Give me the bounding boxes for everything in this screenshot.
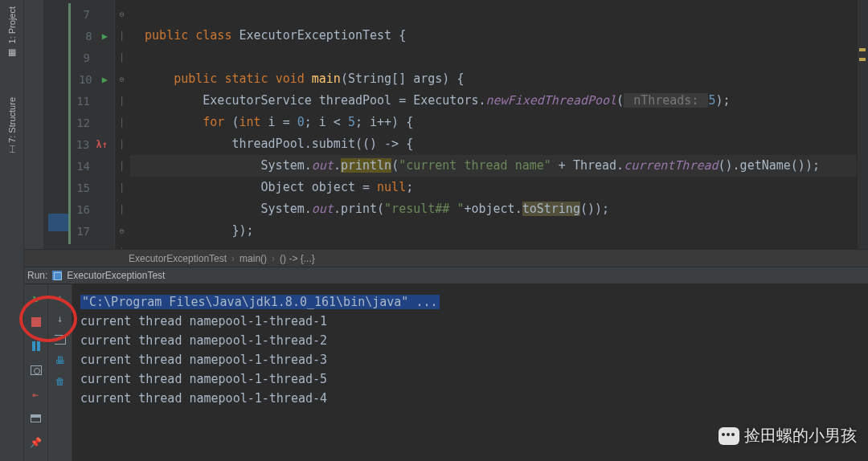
warning-marker[interactable] — [859, 48, 866, 51]
gutter-row[interactable]: 10▶ — [44, 68, 114, 90]
code-line[interactable]: System.out.print("result## "+object.toSt… — [130, 198, 868, 220]
code-line[interactable]: ExecutorService threadPool = Executors.n… — [130, 90, 868, 112]
code-line[interactable]: public class ExecutorExceptionTest { — [130, 25, 868, 47]
line-number: 17 — [71, 225, 90, 238]
fold-cell[interactable]: │ — [115, 25, 129, 47]
gutter-row[interactable]: 9 — [44, 47, 114, 68]
editor-scrollbar[interactable] — [857, 0, 868, 249]
pause-icon — [32, 341, 40, 351]
lambda-icon[interactable]: λ↑ — [96, 139, 108, 150]
fold-cell[interactable]: ⊖ — [115, 68, 129, 90]
watermark: 捡田螺的小男孩 — [719, 425, 857, 447]
fold-cell[interactable]: ⊖ — [115, 220, 129, 242]
stop-icon — [31, 317, 41, 327]
tool-window-tabs: ▦ 1: Project ⌶ 7: Structure — [0, 0, 24, 461]
wechat-icon — [719, 427, 739, 445]
code-line[interactable]: System.out.println("current thread name"… — [130, 155, 868, 177]
line-number: 15 — [71, 182, 90, 194]
vcs-change-bar — [68, 3, 71, 244]
editor-area: 78▶910▶111213λ↑1415161718 ⊖││⊖││││││⊖│ p… — [24, 0, 868, 267]
line-number: 9 — [71, 51, 90, 64]
stop-button[interactable] — [29, 315, 43, 329]
console-command: "C:\Program Files\Java\jdk1.8.0_161\bin\… — [80, 292, 868, 312]
fold-cell[interactable]: │ — [115, 198, 129, 220]
run-tab-bar: Run: ExecutorExceptionTest — [24, 267, 868, 284]
pin-button[interactable]: 📌 — [29, 435, 43, 450]
print-button[interactable]: 🖶 — [53, 353, 68, 368]
code-line[interactable]: Object object = null; — [130, 177, 868, 198]
gutter-row[interactable]: 13λ↑ — [44, 133, 114, 155]
gutter-row[interactable]: 12 — [44, 112, 114, 133]
fold-column: ⊖││⊖││││││⊖│ — [114, 0, 129, 267]
code-line[interactable]: }); — [130, 220, 868, 242]
code-line[interactable] — [130, 3, 868, 25]
code-line[interactable]: threadPool.submit(() -> { — [130, 133, 868, 155]
chevron-right-icon: › — [272, 253, 275, 264]
down-stack-icon[interactable]: ↓ — [53, 312, 68, 326]
run-toolbar-primary: ↻ ⇤ 📌 — [24, 284, 48, 461]
line-number: 10 — [73, 73, 92, 86]
run-config-name[interactable]: ExecutorExceptionTest — [67, 270, 165, 281]
layout-icon — [31, 414, 41, 422]
project-tab[interactable]: ▦ 1: Project — [6, 6, 17, 57]
breadcrumb-lambda[interactable]: () -> {...} — [280, 253, 315, 264]
project-strip — [24, 0, 44, 267]
fold-cell[interactable]: │ — [115, 155, 129, 177]
fold-cell[interactable]: │ — [115, 47, 129, 68]
line-number: 11 — [71, 95, 90, 108]
layout-button[interactable] — [29, 411, 43, 426]
line-number: 12 — [71, 116, 90, 129]
console-line: current thread namepool-1-thread-2 — [80, 331, 868, 350]
pause-button[interactable] — [29, 339, 43, 353]
run-label: Run: — [27, 270, 47, 281]
code-line[interactable] — [130, 47, 868, 68]
fold-cell[interactable]: ⊖ — [115, 3, 129, 25]
line-number: 7 — [71, 8, 90, 21]
run-line-icon[interactable]: ▶ — [102, 31, 108, 42]
line-number: 16 — [71, 203, 90, 216]
breadcrumb-class[interactable]: ExecutorExceptionTest — [129, 253, 227, 264]
chevron-right-icon: › — [231, 253, 235, 264]
gutter-row[interactable]: 14 — [44, 155, 114, 177]
console-line: current thread namepool-1-thread-3 — [80, 350, 868, 369]
code-line[interactable]: public static void main(String[] args) { — [130, 68, 868, 90]
project-tab-label: 1: Project — [7, 6, 17, 43]
clear-all-button[interactable]: 🗑 — [53, 374, 68, 389]
watermark-text: 捡田螺的小男孩 — [744, 425, 857, 447]
camera-icon — [31, 365, 42, 375]
gutter-row[interactable]: 7 — [44, 3, 114, 25]
gutter-row[interactable]: 11 — [44, 90, 114, 112]
line-number: 14 — [71, 160, 90, 173]
breadcrumb-method[interactable]: main() — [240, 253, 267, 264]
fold-cell[interactable]: │ — [115, 133, 129, 155]
console-line: current thread namepool-1-thread-1 — [80, 312, 868, 331]
run-toolbar-secondary: ↑ ↓ 🖶 🗑 — [48, 284, 72, 461]
up-stack-icon[interactable]: ↑ — [53, 291, 68, 305]
dump-threads-button[interactable] — [29, 363, 43, 377]
gutter-row[interactable]: 15 — [44, 177, 114, 198]
line-number: 8 — [73, 30, 92, 43]
fold-cell[interactable]: │ — [115, 112, 129, 133]
application-icon — [52, 271, 62, 280]
gutter-row[interactable]: 8▶ — [44, 25, 114, 47]
soft-wrap-button[interactable] — [53, 332, 68, 347]
export-icon — [55, 335, 66, 345]
structure-icon: ⌶ — [9, 145, 14, 154]
breadcrumb: ExecutorExceptionTest › main() › () -> {… — [24, 249, 868, 267]
structure-tab-label: 7: Structure — [7, 97, 17, 143]
code-editor[interactable]: public class ExecutorExceptionTest { pub… — [129, 0, 868, 267]
line-number: 13 — [71, 138, 90, 151]
rerun-icon[interactable]: ↻ — [29, 291, 43, 305]
console-line: current thread namepool-1-thread-4 — [80, 389, 868, 408]
exit-button[interactable]: ⇤ — [29, 387, 43, 402]
fold-cell[interactable]: │ — [115, 90, 129, 112]
folder-icon: ▦ — [6, 47, 17, 57]
fold-cell[interactable]: │ — [115, 177, 129, 198]
warning-marker[interactable] — [859, 58, 866, 61]
project-selection — [48, 214, 68, 231]
console-line: current thread namepool-1-thread-5 — [80, 369, 868, 389]
code-line[interactable]: for (int i = 0; i < 5; i++) { — [130, 112, 868, 133]
run-line-icon[interactable]: ▶ — [102, 74, 108, 85]
structure-tab[interactable]: ⌶ 7: Structure — [7, 97, 17, 152]
